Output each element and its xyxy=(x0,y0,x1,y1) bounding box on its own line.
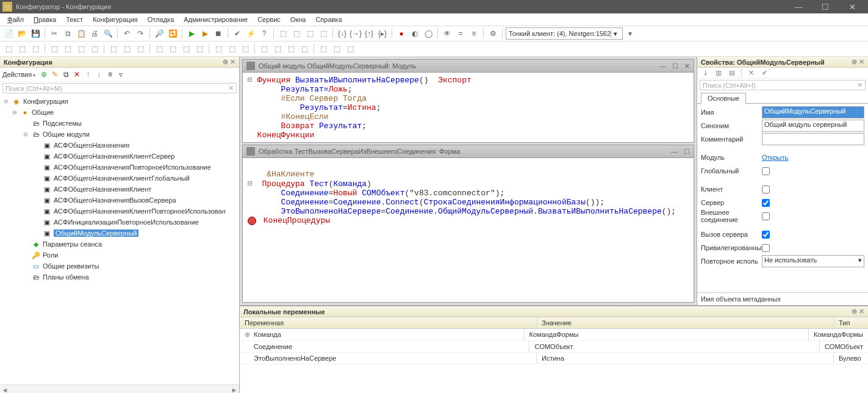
delete-icon[interactable]: ✕ xyxy=(72,70,82,79)
t2-11-icon[interactable]: ⬚ xyxy=(153,43,165,55)
prop-comment-value[interactable] xyxy=(762,133,864,145)
mdi-min-icon[interactable]: — xyxy=(659,62,666,70)
menu-windows[interactable]: Окна xyxy=(285,15,311,24)
locals-col-var[interactable]: Переменная xyxy=(240,317,537,328)
down-icon[interactable]: ↓ xyxy=(94,70,104,79)
check-icon[interactable]: ✔ xyxy=(231,27,243,40)
menu-text[interactable]: Текст xyxy=(61,15,88,24)
mdi-max-icon[interactable]: ☐ xyxy=(672,62,678,70)
search-icon[interactable]: 🔍 xyxy=(102,27,114,40)
t2-17-icon[interactable]: ⬚ xyxy=(239,43,251,55)
t2-1-icon[interactable]: ⬚ xyxy=(2,43,15,55)
props-search[interactable]: Поиск (Ctrl+Alt+I) ✕ xyxy=(700,80,866,90)
tree-mod-7[interactable]: ▣АСФИнициализацияПовторноеИспользование xyxy=(0,217,239,228)
tool-d-icon[interactable]: ⬚ xyxy=(317,27,329,40)
t2-24-icon[interactable]: ⬚ xyxy=(344,43,356,55)
prop-servercall-checkbox[interactable] xyxy=(762,231,770,239)
sort-az-icon[interactable]: ⤓ xyxy=(700,69,711,77)
step-over-icon[interactable]: {→} xyxy=(350,27,362,40)
copy-icon[interactable]: ⧉ xyxy=(62,27,74,40)
add-icon[interactable]: ⊕ xyxy=(39,70,49,79)
t2-13-icon[interactable]: ⬚ xyxy=(180,43,192,55)
prop-reuse-combo[interactable]: Не использовать ▾ xyxy=(762,255,864,267)
mdi2-max-icon[interactable]: ☐ xyxy=(684,148,690,156)
mdi-close-icon[interactable]: ✕ xyxy=(684,62,690,70)
t2-16-icon[interactable]: ⬚ xyxy=(226,43,238,55)
t2-6-icon[interactable]: ⬚ xyxy=(75,43,87,55)
up-icon[interactable]: ↑ xyxy=(83,70,93,79)
tree-search[interactable]: Поиск (Ctrl+Alt+M) ✕ xyxy=(2,83,237,93)
cut-icon[interactable]: ✂ xyxy=(48,27,60,40)
client-combo[interactable]: Тонкий клиент: (4), Nextgen:1562 ▾ xyxy=(506,27,623,40)
prop-extconn-checkbox[interactable] xyxy=(762,212,770,220)
tree-roles[interactable]: 🔑Роли xyxy=(0,250,239,261)
actions-dropdown[interactable]: Действия xyxy=(2,71,38,78)
t2-23-icon[interactable]: ⬚ xyxy=(331,43,343,55)
locals-col-type[interactable]: Тип xyxy=(834,317,868,328)
menu-service[interactable]: Сервис xyxy=(253,15,285,24)
t2-14-icon[interactable]: ⬚ xyxy=(193,43,206,55)
code-area-2[interactable]: &НаКлиенте ⊟ Процедура Тест(Команда) Сое… xyxy=(243,158,694,228)
locals-pin-icon[interactable]: ⊕ ✕ xyxy=(852,308,864,315)
find-icon[interactable]: 🔎 xyxy=(153,27,165,40)
filter-icon[interactable]: ▿ xyxy=(116,70,126,79)
t2-20-icon[interactable]: ⬚ xyxy=(285,43,297,55)
tree-common-modules[interactable]: ⊖🗁 Общие модули xyxy=(0,129,239,140)
locals-col-val[interactable]: Значение xyxy=(537,317,834,328)
menu-edit[interactable]: Правка xyxy=(29,15,61,24)
t2-5-icon[interactable]: ⬚ xyxy=(62,43,74,55)
tool-a-icon[interactable]: ⬚ xyxy=(277,27,289,40)
tree-mod-6[interactable]: ▣АСФОбщегоНазначенияКлиентПовторноеИспол… xyxy=(0,206,239,217)
t2-15-icon[interactable]: ⬚ xyxy=(212,43,224,55)
menu-help[interactable]: Справка xyxy=(310,15,346,24)
bp-toggle-icon[interactable]: ● xyxy=(395,27,407,40)
prop-client-checkbox[interactable] xyxy=(762,186,770,193)
editor-module-title[interactable]: Общий модуль ОбщийМодульСерверный: Модул… xyxy=(243,60,694,73)
config-tree[interactable]: ⊖◉ Конфигурация ⊖● Общие 🗁 Подсистемы ⊖🗁… xyxy=(0,95,239,384)
prop-priv-checkbox[interactable] xyxy=(762,244,770,252)
clone-icon[interactable]: ⧉ xyxy=(61,70,71,79)
minimize-button[interactable]: — xyxy=(785,0,812,13)
t2-4-icon[interactable]: ⬚ xyxy=(48,43,60,55)
step-cursor-icon[interactable]: {▸} xyxy=(376,27,389,40)
undo-icon[interactable]: ↶ xyxy=(121,27,133,40)
eval-icon[interactable]: = xyxy=(454,27,467,40)
tree-subsystems[interactable]: 🗁 Подсистемы xyxy=(0,118,239,129)
menu-debug[interactable]: Отладка xyxy=(143,15,179,24)
tree-plans[interactable]: 🗁Планы обмена xyxy=(0,272,239,283)
close-button[interactable]: ✕ xyxy=(839,0,866,13)
tab-main[interactable]: Основные xyxy=(701,93,746,104)
tree-mod-3[interactable]: ▣АСФОбщегоНазначенияКлиентГлобальный xyxy=(0,173,239,184)
mdi2-min-icon[interactable]: — xyxy=(671,148,678,156)
menu-config[interactable]: Конфигурация xyxy=(88,15,143,24)
t2-21-icon[interactable]: ⬚ xyxy=(298,43,310,55)
cat-icon[interactable]: ▥ xyxy=(713,69,724,77)
t2-19-icon[interactable]: ⬚ xyxy=(271,43,284,55)
tree-session-params[interactable]: ◆Параметры сеанса xyxy=(0,239,239,250)
breakpoint-icon[interactable] xyxy=(248,217,256,225)
t2-9-icon[interactable]: ⬚ xyxy=(121,43,133,55)
open-icon[interactable]: 📂 xyxy=(16,27,28,40)
redo-icon[interactable]: ↷ xyxy=(134,27,146,40)
tree-common[interactable]: ⊖● Общие xyxy=(0,107,239,118)
tree-mod-0[interactable]: ▣АСФОбщегоНазначения xyxy=(0,140,239,151)
tree-mod-4[interactable]: ▣АСФОбщегоНазначенияКлиент xyxy=(0,184,239,195)
t2-7-icon[interactable]: ⬚ xyxy=(88,43,101,55)
stack-icon[interactable]: ≡ xyxy=(468,27,480,40)
t2-2-icon[interactable]: ⬚ xyxy=(16,43,28,55)
editor-form-title[interactable]: Обработка ТестВызоваСервераИзВнешнегоСое… xyxy=(243,145,694,158)
bp-cond-icon[interactable]: ◐ xyxy=(409,27,421,40)
stop-icon[interactable]: ⏹ xyxy=(212,27,224,40)
new-icon[interactable]: 📄 xyxy=(2,27,15,40)
tree-hscroll[interactable]: ◄► xyxy=(0,384,239,393)
tree-mod-5[interactable]: ▣АСФОбщегоНазначенияВызовСервера xyxy=(0,195,239,206)
ok-icon[interactable]: ✔ xyxy=(759,69,770,77)
syntax-icon[interactable]: ⚡ xyxy=(245,27,257,40)
menu-admin[interactable]: Администрирование xyxy=(179,15,253,24)
pin-icon[interactable]: ⊕ ✕ xyxy=(223,58,235,66)
tree-root[interactable]: ⊖◉ Конфигурация xyxy=(0,96,239,107)
save-icon[interactable]: 💾 xyxy=(29,27,41,40)
props-pin-icon[interactable]: ⊕ ✕ xyxy=(852,58,864,66)
bp-del-icon[interactable]: ◯ xyxy=(422,27,434,40)
help-icon[interactable]: ? xyxy=(258,27,270,40)
